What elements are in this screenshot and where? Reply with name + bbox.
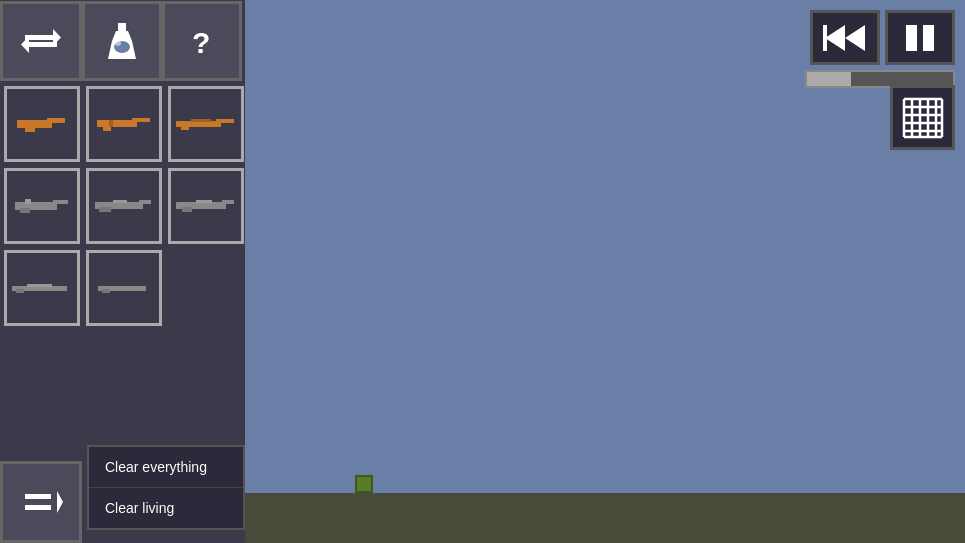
svg-rect-26 [113, 200, 127, 203]
weapon-cell-1[interactable] [4, 86, 80, 162]
svg-text:?: ? [192, 26, 210, 59]
svg-rect-30 [196, 200, 212, 203]
svg-rect-18 [191, 119, 211, 122]
pause-button[interactable] [885, 10, 955, 65]
help-button[interactable]: ? [162, 1, 242, 81]
swap-button[interactable] [0, 1, 82, 81]
svg-rect-20 [20, 208, 30, 213]
grid-toggle-button[interactable] [890, 85, 955, 150]
progress-bar-fill [807, 72, 851, 86]
svg-rect-24 [99, 207, 111, 212]
svg-rect-0 [25, 35, 57, 40]
weapon-cell-8[interactable] [86, 250, 162, 326]
bottom-left-button[interactable] [0, 461, 82, 543]
rewind-button[interactable] [810, 10, 880, 65]
svg-marker-38 [57, 491, 63, 513]
svg-rect-36 [25, 494, 51, 499]
svg-rect-10 [47, 118, 65, 123]
svg-rect-2 [25, 42, 57, 47]
weapon-cell-4[interactable] [4, 168, 80, 244]
svg-rect-28 [182, 207, 192, 212]
weapon-cell-2[interactable] [86, 86, 162, 162]
svg-rect-32 [16, 289, 24, 293]
context-menu: Clear everything Clear living [87, 445, 245, 530]
svg-marker-40 [825, 25, 845, 51]
svg-point-6 [115, 40, 121, 46]
svg-rect-14 [109, 120, 113, 127]
svg-rect-21 [53, 200, 68, 204]
svg-rect-4 [118, 23, 126, 31]
svg-rect-25 [139, 200, 151, 204]
svg-rect-16 [181, 125, 189, 130]
svg-rect-9 [25, 126, 35, 132]
ground [245, 493, 965, 543]
svg-marker-41 [845, 25, 865, 51]
game-entity [355, 475, 373, 493]
weapon-cell-6[interactable] [168, 168, 244, 244]
svg-rect-13 [132, 118, 150, 122]
svg-rect-29 [222, 200, 234, 204]
playback-controls [810, 10, 955, 65]
svg-rect-42 [823, 25, 827, 51]
top-toolbar: ? [0, 0, 245, 82]
potion-button[interactable] [82, 1, 162, 81]
svg-rect-43 [906, 25, 917, 51]
weapon-cell-3[interactable] [168, 86, 244, 162]
clear-everything-item[interactable]: Clear everything [89, 447, 243, 488]
svg-rect-44 [923, 25, 934, 51]
top-controls [805, 10, 955, 88]
svg-rect-22 [25, 199, 31, 204]
clear-living-item[interactable]: Clear living [89, 488, 243, 528]
svg-rect-33 [27, 284, 52, 287]
weapon-cell-5[interactable] [86, 168, 162, 244]
svg-rect-17 [216, 119, 234, 123]
svg-rect-37 [25, 505, 51, 510]
weapon-cell-7[interactable] [4, 250, 80, 326]
svg-rect-35 [102, 289, 110, 293]
